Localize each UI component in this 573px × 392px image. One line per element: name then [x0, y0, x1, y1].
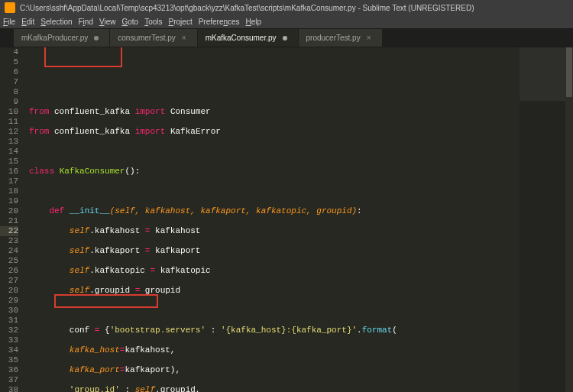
minimap-viewport[interactable] — [520, 47, 565, 101]
window-title: C:\Users\sshf\AppData\Local\Temp\scp4321… — [20, 4, 474, 12]
code-line: self.kafkahost = kafkahost — [29, 226, 520, 236]
code-line — [29, 147, 520, 157]
tab-label: mKafkaConsumer.py — [206, 34, 277, 42]
vertical-scrollbar[interactable] — [565, 47, 573, 392]
menu-selection[interactable]: Selection — [40, 18, 72, 26]
tab-mkafkaproducer[interactable]: mKafkaProducer.py — [14, 29, 109, 47]
menu-view[interactable]: View — [99, 18, 116, 26]
tab-mkafkaconsumer[interactable]: mKafkaConsumer.py — [198, 29, 298, 47]
dirty-dot-icon — [94, 36, 99, 40]
code-line: self.kafkatopic = kafkatopic — [29, 266, 520, 276]
code-line: from confluent_kafka import KafkaError — [29, 127, 520, 137]
tab-label: consumerTest.py — [118, 34, 176, 42]
menu-bar: File Edit Selection Find View Goto Tools… — [0, 15, 573, 29]
menu-help[interactable]: Help — [246, 18, 262, 26]
menu-tools[interactable]: Tools — [144, 18, 162, 26]
menu-preferences[interactable]: Preferences — [199, 18, 240, 26]
window-titlebar: C:\Users\sshf\AppData\Local\Temp\scp4321… — [0, 0, 573, 15]
code-line: self.kafkaport = kafkaport — [29, 246, 520, 256]
close-icon[interactable]: × — [182, 34, 186, 42]
app-logo-icon — [5, 2, 15, 13]
code-line — [29, 186, 520, 196]
code-line: kafka_host=kafkahost, — [29, 345, 520, 355]
menu-project[interactable]: Project — [169, 18, 193, 26]
code-line: class KafkaConsumer(): — [29, 167, 520, 177]
line-gutter: 4567891011121314151617181920212223242526… — [0, 47, 26, 392]
code-line: def __init__(self, kafkahost, kafkaport,… — [29, 206, 520, 216]
code-line: self.groupid = groupid — [29, 286, 520, 296]
tab-bar: mKafkaProducer.py consumerTest.py × mKaf… — [0, 29, 573, 47]
code-line: from confluent_kafka import Consumer — [29, 107, 520, 117]
menu-find[interactable]: Find — [79, 18, 93, 26]
minimap[interactable] — [520, 47, 565, 392]
menu-file[interactable]: File — [3, 18, 15, 26]
menu-edit[interactable]: Edit — [21, 18, 34, 26]
code-line: 'group.id' : self.groupid, — [29, 385, 520, 392]
code-area[interactable]: from confluent_kafka import Consumer fro… — [26, 47, 520, 392]
code-line: conf = {'bootstrap.servers' : '{kafka_ho… — [29, 326, 520, 335]
code-line — [29, 306, 520, 316]
tab-label: producerTest.py — [306, 34, 361, 42]
tab-producertest[interactable]: producerTest.py × — [299, 29, 382, 47]
menu-goto[interactable]: Goto — [121, 18, 138, 26]
dirty-dot-icon — [283, 36, 287, 40]
close-icon[interactable]: × — [367, 34, 371, 42]
highlight-confluent-kafka — [44, 47, 122, 67]
code-line: kafka_port=kafkaport), — [29, 365, 520, 375]
tab-label: mKafkaProducer.py — [21, 34, 88, 42]
tab-consumertest[interactable]: consumerTest.py × — [110, 29, 196, 47]
scrollbar-thumb[interactable] — [566, 47, 572, 97]
editor[interactable]: 4567891011121314151617181920212223242526… — [0, 47, 573, 392]
